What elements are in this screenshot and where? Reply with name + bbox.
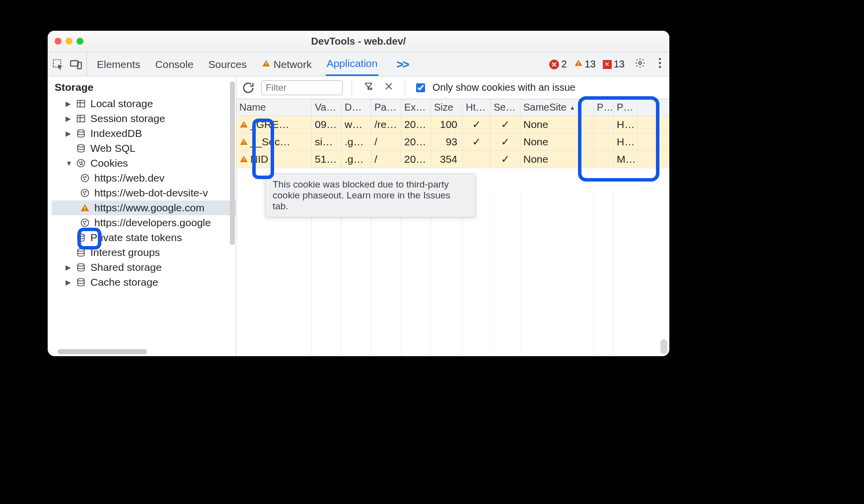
col-samesite[interactable]: SameSite — [520, 99, 594, 116]
col-partition[interactable]: P… — [594, 99, 614, 116]
col-name[interactable]: Name — [236, 99, 312, 116]
svg-point-24 — [81, 189, 89, 197]
sidebar-item-indexeddb[interactable]: ▶ IndexedDB — [52, 126, 236, 141]
col-size[interactable]: Size — [431, 99, 463, 116]
svg-rect-5 — [578, 62, 579, 64]
sidebar-horizontal-scrollbar[interactable] — [58, 349, 147, 354]
cell-partition — [594, 116, 614, 133]
sidebar-item-cookie-origin[interactable]: https://developers.google — [52, 215, 236, 230]
chevron-right-icon: ▶ — [66, 263, 72, 271]
tab-console[interactable]: Console — [154, 53, 195, 76]
svg-rect-28 — [84, 207, 85, 209]
cell-size: 354 — [431, 151, 463, 168]
sidebar-item-label: Local storage — [90, 98, 153, 110]
cookie-blocked-tooltip: This cookie was blocked due to third-par… — [265, 174, 476, 217]
kebab-menu-icon[interactable] — [655, 58, 664, 71]
sidebar-item-cookies[interactable]: ▼ Cookies — [52, 156, 236, 171]
cell-path: /re… — [371, 116, 401, 133]
cookies-table: Name Va… D… Pa… Ex… Size Ht… Se… SameSit… — [236, 99, 669, 356]
devtools-window: DevTools - web.dev/ Elements Console Sou… — [48, 31, 669, 356]
tab-application[interactable]: Application — [326, 53, 379, 76]
sidebar-item-private-state-tokens[interactable]: Private state tokens — [52, 230, 236, 245]
col-secure[interactable]: Se… — [491, 99, 520, 116]
svg-point-10 — [659, 66, 661, 68]
table-icon — [75, 113, 86, 124]
cell-httponly: ✓ — [463, 133, 491, 150]
table-row[interactable]: __Sec…si….g…/20…93✓✓NoneH… — [236, 133, 669, 151]
only-issue-label: Only show cookies with an issue — [432, 82, 576, 93]
warning-triangle-icon — [79, 202, 90, 213]
sidebar-item-label: https://web-dot-devsite-v — [94, 187, 208, 199]
tab-elements[interactable]: Elements — [96, 53, 142, 76]
sidebar-item-shared-storage[interactable]: ▶ Shared storage — [52, 260, 236, 275]
svg-point-26 — [85, 191, 86, 192]
svg-rect-12 — [77, 115, 85, 122]
window-title: DevTools - web.dev/ — [311, 36, 406, 47]
col-httponly[interactable]: Ht… — [463, 99, 491, 116]
sidebar-item-cache-storage[interactable]: ▶ Cache storage — [52, 275, 236, 290]
zoom-window-button[interactable] — [76, 38, 83, 45]
cell-priority: H… — [614, 116, 638, 133]
svg-point-32 — [85, 221, 86, 222]
svg-point-21 — [83, 177, 84, 178]
cell-samesite: None — [520, 133, 594, 150]
more-tabs-button[interactable]: >> — [391, 58, 413, 71]
divider — [405, 81, 405, 95]
chevron-right-icon: ▶ — [66, 129, 72, 137]
cell-value: si… — [312, 133, 342, 150]
svg-point-19 — [82, 164, 83, 165]
sidebar-item-label: https://www.google.com — [94, 202, 205, 214]
sidebar-item-local-storage[interactable]: ▶ Local storage — [52, 96, 236, 111]
tab-sources[interactable]: Sources — [208, 53, 248, 76]
table-row[interactable]: _GRE…09…w…/re…20…100✓✓NoneH… — [236, 116, 669, 133]
panel-scrollbar[interactable] — [660, 339, 667, 354]
inspect-element-icon[interactable] — [52, 58, 65, 71]
svg-point-14 — [77, 145, 84, 147]
col-priority[interactable]: P… — [614, 99, 638, 116]
sidebar-vertical-scrollbar[interactable] — [230, 81, 235, 245]
warnings-badge[interactable]: 13 — [574, 59, 596, 70]
col-expires[interactable]: Ex… — [401, 99, 431, 116]
svg-point-22 — [85, 177, 86, 178]
cell-httponly — [463, 151, 491, 168]
col-value[interactable]: Va… — [312, 99, 342, 116]
svg-point-33 — [84, 224, 85, 225]
svg-point-18 — [80, 164, 81, 165]
error-icon: ✕ — [549, 60, 559, 69]
cookie-icon — [79, 217, 90, 228]
close-window-button[interactable] — [55, 38, 62, 45]
cell-domain: .g… — [342, 133, 371, 150]
table-row[interactable]: NID51….g…/20…354✓NoneM… — [236, 151, 669, 168]
issues-badge[interactable]: ✕ 13 — [603, 59, 625, 70]
only-issue-checkbox[interactable] — [416, 83, 425, 92]
errors-badge[interactable]: ✕ 2 — [549, 59, 567, 70]
col-path[interactable]: Pa… — [371, 99, 401, 116]
settings-gear-icon[interactable] — [632, 58, 648, 71]
sidebar-item-cookie-origin[interactable]: https://web.dev — [52, 171, 236, 186]
sidebar-item-interest-groups[interactable]: Interest groups — [52, 245, 236, 260]
sidebar-section-storage: Storage — [50, 79, 236, 96]
tab-strip: Elements Console Sources Network Applica… — [48, 53, 669, 76]
minimize-window-button[interactable] — [66, 38, 72, 45]
sidebar-item-label: https://developers.google — [94, 217, 211, 229]
sidebar-item-cookie-origin[interactable]: https://web-dot-devsite-v — [52, 186, 236, 200]
tab-network[interactable]: Network — [261, 53, 313, 76]
device-toolbar-icon[interactable] — [70, 58, 82, 71]
svg-point-7 — [639, 62, 642, 64]
clear-all-icon[interactable] — [382, 81, 396, 94]
sidebar-item-websql[interactable]: Web SQL — [52, 141, 236, 156]
sidebar-item-session-storage[interactable]: ▶ Session storage — [52, 111, 236, 126]
filter-input[interactable] — [261, 80, 343, 95]
chevron-down-icon: ▼ — [66, 159, 72, 167]
svg-point-35 — [77, 249, 84, 252]
svg-rect-29 — [84, 209, 85, 210]
database-icon — [75, 247, 86, 258]
issues-icon: ✕ — [603, 60, 612, 69]
svg-rect-11 — [77, 100, 85, 107]
clear-filter-icon[interactable] — [361, 81, 376, 94]
refresh-icon[interactable] — [241, 81, 255, 95]
col-domain[interactable]: D… — [342, 99, 371, 116]
cell-secure: ✓ — [491, 151, 520, 168]
sidebar-item-cookie-origin-selected[interactable]: https://www.google.com — [52, 200, 236, 215]
cell-partition — [594, 133, 614, 150]
